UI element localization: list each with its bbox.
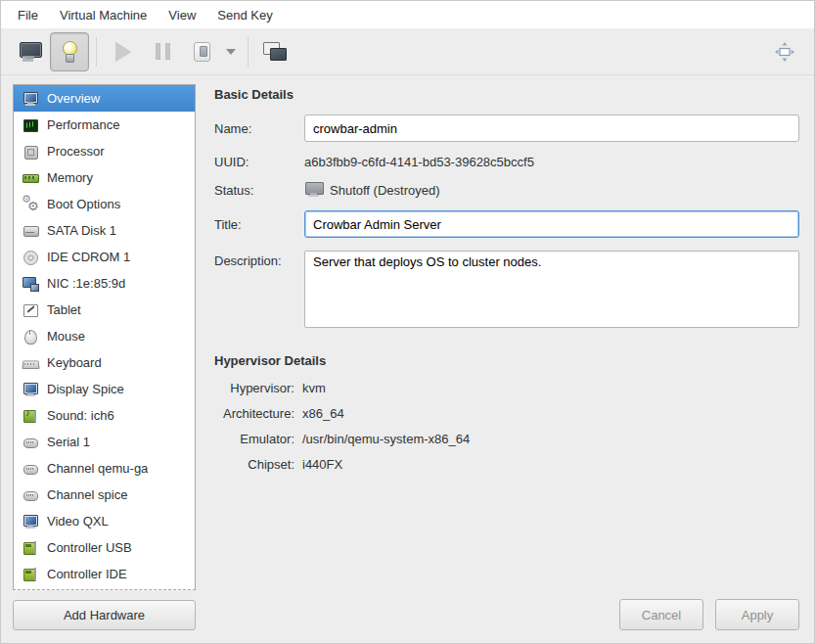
sidebar-item-label: Boot Options: [47, 197, 120, 211]
sidebar-item-video-qxl[interactable]: Video QXL: [14, 508, 195, 534]
uuid-label: UUID:: [214, 155, 304, 169]
status-label: Status:: [214, 183, 304, 198]
toolbar-separator: [96, 37, 97, 67]
menu-file[interactable]: File: [7, 3, 49, 27]
run-play-icon: [115, 42, 131, 62]
name-label: Name:: [214, 121, 304, 136]
sidebar-item-keyboard[interactable]: Keyboard: [14, 349, 195, 376]
shutdown-menu-button[interactable]: [221, 32, 241, 71]
cpu-icon: [23, 144, 38, 160]
sound-card-icon: [23, 408, 38, 424]
sidebar-item-ide-cdrom-1[interactable]: IDE CDROM 1: [14, 244, 195, 270]
pause-icon: [156, 43, 170, 60]
sidebar-item-label: Processor: [47, 144, 105, 159]
console-monitor-icon: [19, 42, 42, 61]
network-icon: [23, 276, 38, 292]
sidebar-item-label: Tablet: [47, 302, 81, 317]
sidebar-item-label: Channel spice: [47, 487, 127, 502]
multi-monitor-button[interactable]: [255, 32, 294, 71]
title-input[interactable]: [304, 210, 799, 238]
sidebar-item-overview[interactable]: Overview: [14, 85, 195, 112]
apply-button[interactable]: Apply: [715, 599, 799, 630]
name-input[interactable]: [304, 115, 799, 142]
sidebar-item-label: Display Spice: [47, 382, 124, 396]
sidebar-item-sata-disk-1[interactable]: SATA Disk 1: [14, 217, 195, 244]
sidebar-item-controller-usb[interactable]: Controller USB: [14, 534, 195, 561]
monitor-icon: [23, 91, 38, 107]
basic-details-title: Basic Details: [214, 87, 799, 102]
add-hardware-button[interactable]: Add Hardware: [13, 600, 196, 630]
show-console-button[interactable]: [11, 32, 50, 71]
architecture-value: x86_64: [302, 406, 799, 421]
shutdown-button[interactable]: [182, 32, 221, 71]
sidebar-item-channel-spice[interactable]: Channel spice: [14, 482, 195, 508]
vm-details-window: File Virtual Machine View Send Key: [0, 0, 815, 644]
sidebar-item-mouse[interactable]: Mouse: [14, 323, 195, 349]
chipset-value: i440FX: [302, 457, 799, 472]
emulator-label: Emulator:: [214, 432, 294, 446]
menu-send-key[interactable]: Send Key: [206, 3, 283, 27]
emulator-value: /usr/bin/qemu-system-x86_64: [302, 432, 799, 446]
shutoff-monitor-icon: [304, 182, 324, 198]
sidebar-item-label: Channel qemu-ga: [47, 461, 148, 476]
tablet-icon: [23, 302, 38, 318]
channel-icon: [23, 487, 38, 503]
description-textarea[interactable]: Server that deploys OS to cluster nodes.: [304, 251, 799, 328]
sidebar-item-label: Sound: ich6: [47, 408, 114, 423]
hardware-list: Overview Performance Processor Memory Bo…: [13, 84, 196, 590]
status-line: Shutoff (Destroyed): [304, 182, 799, 198]
shutdown-icon: [194, 42, 210, 62]
performance-chart-icon: [23, 117, 38, 133]
keyboard-icon: [23, 355, 38, 371]
sidebar-item-display-spice[interactable]: Display Spice: [14, 376, 195, 402]
description-label: Description:: [214, 251, 304, 268]
gears-icon: [23, 197, 38, 212]
chipset-label: Chipset:: [214, 457, 294, 472]
sidebar-item-label: Memory: [47, 170, 93, 185]
sidebar-item-processor[interactable]: Processor: [14, 138, 195, 164]
sidebar-item-controller-ide[interactable]: Controller IDE: [14, 561, 195, 587]
menu-view[interactable]: View: [158, 3, 206, 27]
fullscreen-icon: [772, 39, 797, 65]
run-button[interactable]: [104, 32, 143, 71]
menu-virtual-machine[interactable]: Virtual Machine: [49, 3, 158, 27]
show-details-button[interactable]: [50, 32, 89, 71]
hypervisor-details-section: Hypervisor Details Hypervisor: kvm Archi…: [214, 350, 799, 472]
mouse-icon: [23, 329, 38, 345]
sidebar-item-label: Controller USB: [47, 540, 132, 555]
toolbar-separator: [248, 37, 249, 67]
sidebar-item-tablet[interactable]: Tablet: [14, 297, 195, 323]
sidebar-item-label: NIC :1e:85:9d: [47, 276, 125, 291]
cdrom-icon: [23, 250, 38, 265]
details-panel: Basic Details Name: UUID: a6b3fbb9-c6fd-…: [196, 84, 799, 630]
sidebar-item-memory[interactable]: Memory: [14, 164, 195, 191]
controller-card-icon: [23, 540, 38, 556]
sidebar-item-boot-options[interactable]: Boot Options: [14, 191, 195, 217]
sidebar-item-label: Video QXL: [47, 514, 109, 529]
memory-icon: [23, 170, 38, 186]
sidebar-item-channel-qemu-ga[interactable]: Channel qemu-ga: [14, 455, 195, 482]
architecture-label: Architecture:: [214, 406, 294, 421]
cancel-button[interactable]: Cancel: [619, 599, 703, 630]
hypervisor-label: Hypervisor:: [214, 381, 294, 395]
sidebar-item-nic[interactable]: NIC :1e:85:9d: [14, 270, 195, 297]
video-icon: [23, 514, 38, 529]
title-label: Title:: [214, 217, 304, 232]
sidebar-item-performance[interactable]: Performance: [14, 112, 195, 138]
sidebar-item-label: Overview: [47, 91, 100, 106]
uuid-value: a6b3fbb9-c6fd-4141-bd53-39628c5bccf5: [304, 155, 799, 169]
sidebar-item-label: Serial 1: [47, 435, 90, 449]
controller-card-icon: [23, 567, 38, 582]
sidebar-item-label: Performance: [47, 117, 119, 132]
pause-button[interactable]: [143, 32, 182, 71]
fullscreen-button[interactable]: [765, 32, 804, 71]
channel-icon: [23, 461, 38, 477]
sidebar-item-label: Controller IDE: [47, 567, 127, 581]
sidebar-item-sound[interactable]: Sound: ich6: [14, 402, 195, 429]
display-icon: [23, 382, 38, 397]
disk-icon: [23, 223, 38, 239]
sidebar-item-serial-1[interactable]: Serial 1: [14, 429, 195, 455]
hardware-panel: Overview Performance Processor Memory Bo…: [13, 84, 196, 630]
sidebar-item-label: Mouse: [47, 329, 85, 344]
serial-port-icon: [23, 435, 38, 450]
